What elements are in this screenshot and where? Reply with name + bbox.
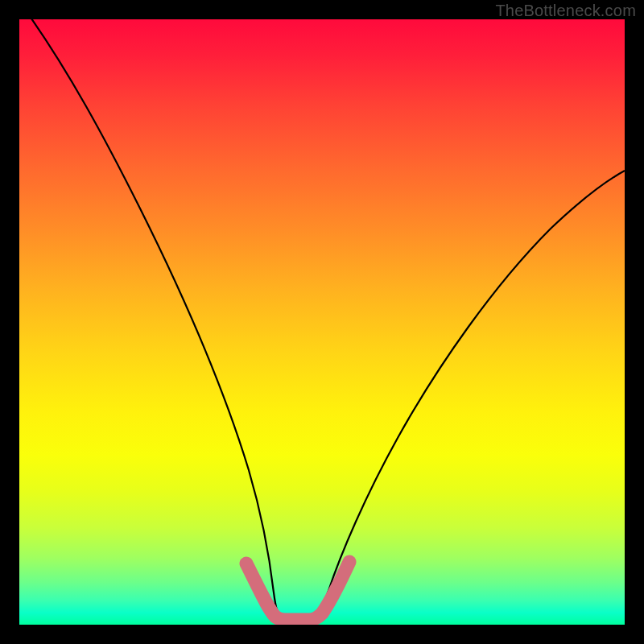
watermark-text: TheBottleneck.com: [495, 2, 636, 20]
curve-layer: [19, 19, 625, 625]
chart-frame: TheBottleneck.com: [0, 0, 644, 644]
optimal-zone-highlight: [246, 562, 349, 620]
bottleneck-curve: [19, 19, 625, 620]
plot-area: [19, 19, 625, 625]
highlight-dot-right: [343, 555, 356, 568]
highlight-dot-left: [240, 557, 253, 570]
